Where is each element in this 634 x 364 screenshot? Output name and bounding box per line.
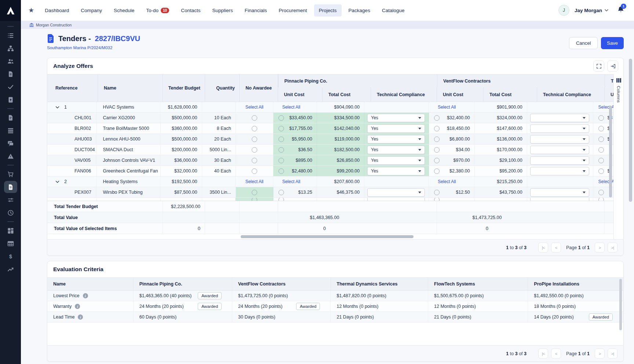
collapse-chevron-icon[interactable] — [55, 106, 59, 109]
technical-compliance-select[interactable] — [530, 124, 589, 133]
no-awardee-radio[interactable] — [252, 168, 257, 174]
cancel-button[interactable]: Cancel — [569, 37, 598, 49]
thermal-radio[interactable] — [598, 198, 604, 201]
avatar[interactable]: J — [558, 5, 569, 16]
data-table-icon[interactable] — [4, 237, 17, 250]
no-awardee-radio[interactable] — [252, 126, 257, 131]
thermal-radio[interactable] — [598, 190, 604, 195]
select-all-no-awardee[interactable]: Select All — [245, 105, 263, 110]
prev-page-button[interactable]: < — [551, 349, 561, 358]
breadcrumb-label[interactable]: Morgan Construction — [36, 23, 72, 27]
technical-compliance-select[interactable]: Yes — [367, 135, 425, 143]
collapse-chevron-icon[interactable] — [55, 181, 59, 183]
pinnacle-radio[interactable] — [278, 136, 284, 142]
technical-compliance-select[interactable] — [530, 198, 589, 201]
select-all-ventflow[interactable]: Select All — [438, 105, 456, 110]
trend-icon[interactable] — [4, 263, 17, 275]
no-awardee-radio[interactable] — [252, 147, 257, 153]
technical-compliance-select[interactable] — [367, 188, 425, 197]
columns-panel-toggle[interactable]: Columns — [613, 74, 623, 239]
nav-item-suppliers[interactable]: Suppliers — [207, 4, 237, 17]
document-icon[interactable] — [4, 68, 17, 80]
save-button[interactable]: Save — [601, 37, 624, 49]
ventflow-radio[interactable] — [434, 126, 440, 131]
pinnacle-radio[interactable] — [278, 126, 284, 131]
thermal-radio[interactable] — [598, 147, 604, 153]
notifications-bell-icon[interactable]: 1 — [617, 6, 624, 15]
prev-page-button[interactable]: < — [551, 243, 561, 252]
last-page-button[interactable]: >| — [608, 243, 617, 252]
technical-compliance-select[interactable]: Yes — [367, 114, 425, 122]
app-logo[interactable] — [0, 0, 21, 21]
no-awardee-radio[interactable] — [252, 158, 257, 163]
ventflow-radio[interactable] — [434, 136, 440, 142]
info-icon[interactable] — [83, 293, 88, 298]
pinnacle-radio[interactable] — [278, 198, 284, 201]
last-page-button[interactable]: >| — [608, 349, 617, 358]
technical-compliance-select[interactable]: Yes — [367, 156, 425, 165]
ventflow-radio[interactable] — [434, 168, 440, 174]
nav-item-todo[interactable]: To-do10 — [141, 4, 174, 17]
clock-icon[interactable] — [4, 207, 17, 219]
file-icon[interactable] — [4, 112, 17, 124]
people-icon[interactable] — [4, 55, 17, 67]
select-all-pinnacle[interactable]: Select All — [282, 105, 300, 110]
tender-code-link[interactable]: 2827/IBC9VU — [95, 34, 140, 43]
select-all-ventflow[interactable]: Select All — [438, 179, 456, 184]
tender-document-icon[interactable] — [4, 181, 17, 193]
fullscreen-button[interactable] — [593, 61, 604, 72]
select-all-no-awardee[interactable]: Select All — [245, 179, 263, 184]
grid-icon[interactable] — [4, 225, 17, 237]
rows-icon[interactable] — [4, 124, 17, 136]
technical-compliance-select[interactable] — [367, 198, 425, 201]
sitemap-icon[interactable] — [4, 42, 17, 54]
first-page-button[interactable]: |< — [538, 243, 548, 252]
ventflow-radio[interactable] — [434, 190, 440, 195]
thermal-radio[interactable] — [598, 136, 604, 142]
file-upload-icon[interactable] — [4, 94, 17, 106]
user-menu[interactable]: Jay Morgan — [575, 8, 608, 13]
pinnacle-radio[interactable] — [278, 115, 284, 121]
chat-icon[interactable] — [4, 137, 17, 149]
project-link[interactable]: Southampton Marina P/2024/M032 — [47, 46, 140, 50]
select-all-pinnacle[interactable]: Select All — [282, 179, 300, 184]
nav-item-contacts[interactable]: Contacts — [176, 4, 205, 17]
no-awardee-radio[interactable] — [252, 198, 257, 201]
warning-icon[interactable] — [4, 150, 17, 162]
nav-item-dashboard[interactable]: Dashboard — [40, 4, 74, 17]
nav-item-packages[interactable]: Packages — [344, 4, 375, 17]
nav-item-projects[interactable]: Projects — [314, 4, 342, 17]
technical-compliance-select[interactable] — [530, 167, 589, 175]
technical-compliance-select[interactable] — [530, 156, 589, 165]
nav-item-company[interactable]: Company — [76, 4, 107, 17]
favorite-star-icon[interactable]: ★ — [28, 6, 34, 14]
ventflow-radio[interactable] — [434, 198, 440, 201]
horizontal-scrollbar[interactable] — [241, 235, 413, 238]
pinnacle-radio[interactable] — [278, 158, 284, 163]
technical-compliance-select[interactable] — [530, 146, 589, 154]
dollar-icon[interactable]: $ — [4, 250, 17, 262]
thermal-radio[interactable] — [598, 168, 604, 174]
ventflow-radio[interactable] — [434, 158, 440, 163]
format-list-icon[interactable] — [4, 29, 17, 41]
technical-compliance-select[interactable] — [530, 114, 589, 122]
next-page-button[interactable]: > — [595, 349, 605, 358]
pinnacle-radio[interactable] — [278, 168, 284, 174]
info-icon[interactable] — [78, 314, 83, 320]
thermal-radio[interactable] — [598, 158, 604, 163]
cart-icon[interactable] — [4, 168, 17, 180]
ventflow-radio[interactable] — [434, 115, 440, 121]
thermal-radio[interactable] — [598, 115, 604, 121]
no-awardee-radio[interactable] — [252, 115, 257, 121]
thermal-radio[interactable] — [598, 126, 604, 131]
technical-compliance-select[interactable] — [530, 135, 589, 143]
table-vertical-scrollbar[interactable] — [609, 106, 612, 197]
checklist-icon[interactable] — [4, 81, 17, 93]
technical-compliance-select[interactable]: Yes — [367, 124, 425, 133]
first-page-button[interactable]: |< — [538, 349, 548, 358]
nav-item-financials[interactable]: Financials — [240, 4, 272, 17]
page-scrollbar[interactable] — [629, 59, 632, 202]
pinnacle-radio[interactable] — [278, 190, 284, 195]
nav-item-catalogue[interactable]: Catalogue — [377, 4, 409, 17]
next-page-button[interactable]: > — [595, 243, 605, 252]
